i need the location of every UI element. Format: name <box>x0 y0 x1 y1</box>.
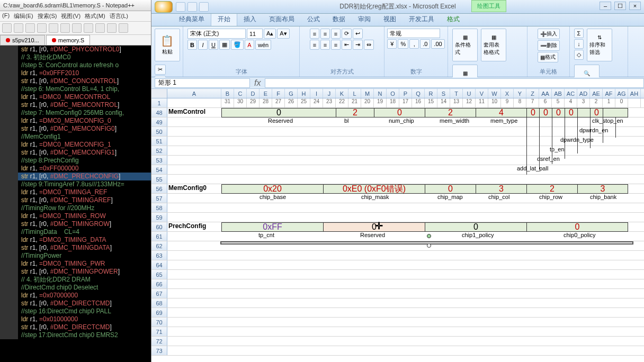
ribbon-tab[interactable]: 开发工具 <box>402 13 441 26</box>
ribbon-tab[interactable]: 数据 <box>326 13 352 26</box>
name-box[interactable] <box>155 78 250 88</box>
cut-icon[interactable] <box>60 23 70 33</box>
ribbon-tab[interactable]: 审阅 <box>352 13 377 26</box>
ribbon-tab[interactable]: 视图 <box>377 13 402 26</box>
fill-color-icon[interactable]: 🪣 <box>231 40 244 50</box>
decrease-font-icon[interactable]: A▾ <box>277 29 289 39</box>
align-left-icon[interactable]: ≡ <box>310 40 319 50</box>
col-header[interactable]: H <box>298 89 310 98</box>
col-header[interactable]: AG <box>615 89 628 98</box>
increase-font-icon[interactable]: A▴ <box>264 29 276 39</box>
fill-icon[interactable]: ↓ <box>574 39 584 49</box>
ribbon-tab[interactable]: 经典菜单 <box>173 13 211 26</box>
col-header[interactable]: Q <box>412 89 425 98</box>
fx-icon[interactable]: fx <box>250 78 265 88</box>
col-header[interactable]: F <box>272 89 285 98</box>
ribbon-tab[interactable]: 插入 <box>237 13 263 26</box>
col-header[interactable]: AD <box>577 89 590 98</box>
col-header[interactable]: S <box>437 89 450 98</box>
menu-item[interactable]: 编辑(E) <box>14 12 33 20</box>
col-header[interactable]: V <box>476 89 488 98</box>
font-size-input[interactable] <box>247 29 263 39</box>
find-icon[interactable] <box>119 23 128 33</box>
percent-icon[interactable]: % <box>398 39 408 49</box>
col-header[interactable]: J <box>323 89 336 98</box>
maximize-icon[interactable]: ☐ <box>614 2 626 10</box>
editor-tab[interactable]: s5pv210... <box>0 35 45 45</box>
office-button-icon[interactable] <box>155 1 173 13</box>
currency-icon[interactable]: ¥ <box>387 39 397 49</box>
formula-bar[interactable] <box>265 78 644 88</box>
format-button[interactable]: ▦格式 <box>538 52 558 62</box>
autosum-icon[interactable]: Σ <box>574 29 584 38</box>
paste-button[interactable]: 📋粘贴 <box>155 29 180 61</box>
col-header[interactable]: AE <box>590 89 603 98</box>
align-right-icon[interactable]: ≡ <box>331 40 341 50</box>
undo-icon[interactable] <box>95 23 105 33</box>
cut-icon[interactable]: ✂ <box>155 65 166 75</box>
editor-tab[interactable]: memory.S <box>46 35 90 45</box>
decrease-decimal-icon[interactable]: .00 <box>431 39 444 49</box>
col-header[interactable]: L <box>348 89 361 98</box>
save-all-icon[interactable] <box>37 23 47 33</box>
col-header[interactable]: T <box>450 89 463 98</box>
ribbon-tab[interactable]: 格式 <box>441 13 466 26</box>
menu-item[interactable]: 格式(M) <box>85 12 105 20</box>
comma-icon[interactable]: , <box>409 39 419 49</box>
col-header[interactable]: Y <box>514 89 526 98</box>
minimize-icon[interactable]: – <box>600 2 611 10</box>
border-icon[interactable]: ▦ <box>219 40 230 50</box>
align-bottom-icon[interactable]: ≡ <box>331 29 341 39</box>
wrap-text-icon[interactable]: ↩ <box>353 29 363 39</box>
col-header[interactable]: B <box>221 89 234 98</box>
col-header[interactable]: G <box>285 89 298 98</box>
delete-button[interactable]: ➖删除 <box>538 40 560 51</box>
clear-icon[interactable]: ◇ <box>574 50 584 60</box>
increase-indent-icon[interactable]: ⇥ <box>353 40 363 50</box>
notepad-tabbar[interactable]: s5pv210...memory.S <box>0 35 151 46</box>
quick-access-toolbar[interactable] <box>176 2 209 12</box>
number-format-select[interactable] <box>387 29 440 38</box>
orientation-icon[interactable]: ⟳ <box>342 29 352 39</box>
col-header[interactable]: W <box>488 89 501 98</box>
font-name-input[interactable] <box>187 29 246 39</box>
font-color-icon[interactable]: A <box>245 40 254 50</box>
col-header[interactable]: K <box>336 89 348 98</box>
col-header[interactable]: AH <box>628 89 641 98</box>
notepad-toolbar[interactable] <box>0 22 151 35</box>
col-header[interactable]: A <box>167 89 221 98</box>
window-controls[interactable]: – ☐ × <box>600 2 641 10</box>
ribbon-tabs[interactable]: 经典菜单开始插入页面布局公式数据审阅视图开发工具格式 <box>151 14 644 26</box>
align-middle-icon[interactable]: ≡ <box>320 29 330 39</box>
code-editor[interactable]: str r1, [r0, #DMC_PHYCONTROL0]// 3. 初始化D… <box>0 46 151 362</box>
save-icon[interactable] <box>176 2 185 12</box>
paste-icon[interactable] <box>84 23 93 33</box>
col-header[interactable]: M <box>361 89 374 98</box>
phonetic-icon[interactable]: wén <box>255 40 271 50</box>
close-icon[interactable]: × <box>629 2 641 10</box>
menu-item[interactable]: 视图(V) <box>61 12 80 20</box>
col-header[interactable]: D <box>247 89 260 98</box>
worksheet[interactable]: ABCDEFGHIJKLMNOPQRSTUVWXYZAAABACADAEAFAG… <box>151 89 644 362</box>
new-file-icon[interactable] <box>2 23 12 33</box>
open-file-icon[interactable] <box>14 23 23 33</box>
col-header[interactable]: AF <box>603 89 615 98</box>
col-header[interactable]: AB <box>552 89 565 98</box>
underline-button[interactable]: U <box>209 40 218 50</box>
bold-button[interactable]: B <box>187 40 197 50</box>
ribbon-tab[interactable]: 公式 <box>301 13 326 26</box>
col-header[interactable]: U <box>463 89 476 98</box>
ribbon-tab[interactable]: 开始 <box>211 12 237 26</box>
ribbon-tab[interactable]: 页面布局 <box>263 13 301 26</box>
conditional-format-button[interactable]: ▦条件格式 <box>452 29 478 61</box>
col-header[interactable]: E <box>260 89 272 98</box>
redo-icon[interactable] <box>107 23 117 33</box>
merge-icon[interactable]: ⇔ <box>364 40 374 50</box>
menu-item[interactable]: (F) <box>2 12 10 20</box>
col-header[interactable]: AA <box>539 89 552 98</box>
copy-icon[interactable] <box>72 23 82 33</box>
undo-icon[interactable] <box>187 2 197 12</box>
grid-body[interactable]: 1313029282726252423222120191817161514131… <box>151 98 644 356</box>
col-header[interactable]: AC <box>565 89 577 98</box>
align-center-icon[interactable]: ≡ <box>320 40 330 50</box>
